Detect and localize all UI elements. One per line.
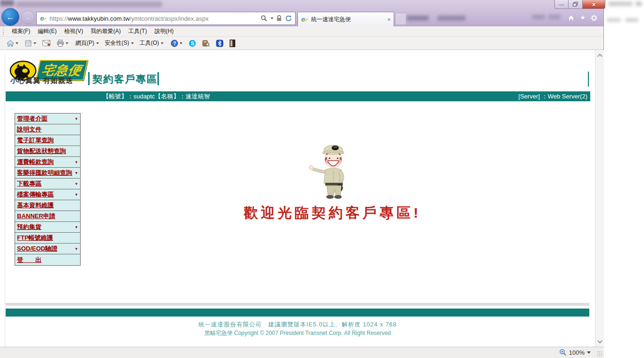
- page-content: 宅急便 小心翼翼 有如親送 契約客戶專區 【帳號】：sudaptc【名稱】：速達…: [0, 50, 595, 347]
- menubar-grip[interactable]: [3, 28, 4, 35]
- new-tab-button[interactable]: [395, 13, 406, 25]
- url-text[interactable]: https://www.takkyubin.com.tw/ymtcontract…: [50, 15, 260, 22]
- help-icon: ?: [171, 40, 178, 47]
- feeds-button[interactable]: [23, 39, 38, 48]
- back-button[interactable]: ←: [1, 8, 19, 26]
- mail-icon: [42, 40, 50, 46]
- titlebar-smudge: [548, 15, 561, 19]
- command-button[interactable]: 工具(O): [137, 38, 166, 49]
- skype-button[interactable]: S: [187, 39, 198, 48]
- dropdown-icon: [161, 42, 164, 44]
- footer-company-line: 統一速達股份有限公司 建議瀏覽版本IE5.0以上、解析度 1024 x 768: [6, 321, 589, 329]
- menu-item[interactable]: 檔案(F): [8, 26, 34, 36]
- resize-grip[interactable]: [597, 351, 603, 357]
- svg-text:e: e: [40, 15, 44, 22]
- status-bar: 100%: [0, 347, 604, 358]
- back-arrow-icon: ←: [6, 13, 15, 21]
- settings-gear-icon[interactable]: [590, 14, 598, 22]
- ie-page-icon: e: [40, 15, 47, 22]
- sidebar-item[interactable]: 說明文件: [15, 124, 80, 135]
- printer-icon: [57, 40, 64, 47]
- titlebar[interactable]: — × ← → e https://www.takkyubin.com.tw/y…: [0, 0, 603, 26]
- browser-tab[interactable]: e 統一速達宅急便 ×: [297, 12, 394, 26]
- search-dropdown-icon[interactable]: [271, 17, 273, 19]
- research-icon: [202, 40, 210, 47]
- zoom-icon: [559, 349, 567, 356]
- tab-close-icon[interactable]: ×: [387, 16, 391, 23]
- dropdown-icon: [131, 42, 134, 44]
- zoom-level: 100%: [569, 349, 585, 356]
- page-border: [5, 55, 5, 347]
- bluetooth-button[interactable]: [214, 39, 225, 48]
- sidebar-item-label: 管理者介面: [17, 114, 48, 123]
- window-controls: — ×: [554, 0, 605, 9]
- sidebar-item-label: BANNER申請: [17, 212, 56, 220]
- favorites-star-icon[interactable]: ★: [579, 14, 586, 22]
- desktop-smudge: [608, 1, 633, 6]
- sidebar-menu: 管理者介面▼說明文件電子訂單查詢貨物配送狀態查詢運費帳款查詢▼客樂得匯款明細查詢…: [15, 113, 81, 266]
- sidebar-item[interactable]: 下載專區▼: [15, 179, 80, 189]
- menu-item[interactable]: 我的最愛(A): [87, 26, 124, 36]
- print-button[interactable]: [55, 39, 70, 48]
- sidebar-item-label: 說明文件: [17, 125, 41, 134]
- menu-item[interactable]: 說明(H): [151, 26, 178, 36]
- sidebar-item[interactable]: 貨物配送狀態查詢: [15, 146, 80, 157]
- lock-icon: [276, 15, 282, 22]
- command-bar: 網頁(P)安全性(S)工具(O) ? S: [0, 37, 603, 50]
- close-button[interactable]: ×: [583, 0, 605, 9]
- command-button-label: 安全性(S): [105, 39, 129, 47]
- delivery-mascot-image: [306, 141, 358, 200]
- scroll-down-icon[interactable]: [595, 337, 604, 346]
- forward-button[interactable]: →: [21, 10, 35, 24]
- home-button[interactable]: [5, 39, 20, 48]
- sidebar-item[interactable]: 運費帳款查詢▼: [15, 157, 80, 168]
- research-button[interactable]: [200, 39, 212, 48]
- minimize-button[interactable]: —: [554, 0, 569, 9]
- home-icon[interactable]: [567, 15, 575, 22]
- menu-item[interactable]: 檢視(V): [60, 26, 87, 36]
- zoom-dropdown-icon[interactable]: [587, 351, 591, 354]
- screen: — × ← → e https://www.takkyubin.com.tw/y…: [0, 0, 644, 358]
- titlebar-smudge: [438, 16, 466, 21]
- addon-panel-icon: [230, 40, 235, 47]
- sidebar-item-label: 電子訂單查詢: [17, 136, 54, 145]
- svg-text:S: S: [191, 41, 195, 46]
- sidebar-item[interactable]: 電子訂單查詢: [15, 135, 80, 146]
- footer-copyright-line: 黑貓宅急便 Copyright © 2007 President Transne…: [6, 329, 589, 337]
- command-text-buttons: 網頁(P)安全性(S)工具(O): [73, 38, 166, 49]
- sidebar-item[interactable]: 管理者介面▼: [15, 114, 80, 124]
- menu-item[interactable]: 工具(T): [124, 26, 150, 36]
- dropdown-icon: [33, 42, 36, 44]
- sidebar-item-label: FTP帳號維護: [17, 234, 53, 242]
- ie-tab-icon: e: [301, 16, 308, 23]
- dropdown-icon: [16, 42, 18, 44]
- help-button[interactable]: ?: [169, 39, 184, 48]
- menu-bar-items: 檔案(F)編輯(E)檢視(V)我的最愛(A)工具(T)說明(H): [8, 26, 177, 36]
- address-bar[interactable]: e https://www.takkyubin.com.tw/ymtcontra…: [36, 12, 296, 25]
- sidebar-item[interactable]: SOD/EOD驗證▼: [15, 244, 80, 254]
- command-button[interactable]: 網頁(P): [73, 38, 102, 49]
- command-button[interactable]: 安全性(S): [102, 38, 137, 49]
- sidebar-addon-button[interactable]: [228, 39, 237, 48]
- restore-button[interactable]: [569, 0, 583, 9]
- sidebar-item-label: 基本資料維護: [17, 201, 54, 210]
- sidebar-item[interactable]: FTP帳號維護: [15, 233, 80, 244]
- rss-feed-icon: [25, 40, 32, 47]
- refresh-icon[interactable]: [285, 15, 292, 22]
- sidebar-item[interactable]: 客樂得匯款明細查詢▼: [15, 168, 80, 179]
- menu-item[interactable]: 編輯(E): [34, 26, 60, 36]
- sidebar-item[interactable]: 登 出: [15, 254, 80, 265]
- scroll-up-icon[interactable]: [595, 51, 604, 59]
- sidebar-item-label: 貨物配送狀態查詢: [17, 147, 66, 155]
- sidebar-item[interactable]: BANNER申請: [15, 211, 80, 222]
- sidebar-item[interactable]: 預約集貨▼: [15, 222, 80, 233]
- zoom-control[interactable]: 100%: [559, 349, 591, 356]
- sidebar-item[interactable]: 檔案傳輸專區▼: [15, 189, 80, 200]
- read-mail-button[interactable]: [41, 39, 52, 47]
- vertical-scrollbar[interactable]: [595, 50, 604, 347]
- sidebar-item-label: 下載專區: [17, 179, 41, 188]
- search-icon[interactable]: [260, 15, 268, 22]
- logo-tagline: 小心翼翼 有如親送: [10, 76, 86, 85]
- sidebar-item[interactable]: 基本資料維護: [15, 200, 80, 211]
- footer-bar: [6, 309, 589, 317]
